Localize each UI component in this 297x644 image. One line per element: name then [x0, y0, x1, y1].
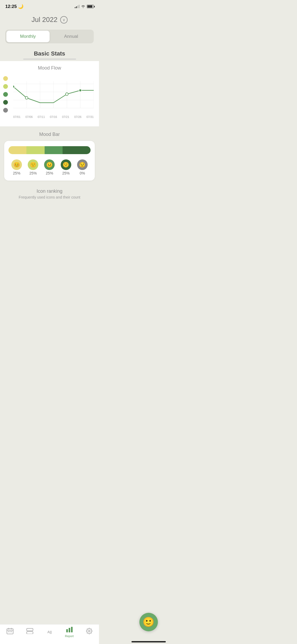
mood-item-1: 😊 25%	[11, 159, 22, 175]
bar-segment-3	[45, 146, 63, 154]
mood-face-1: 😊	[11, 159, 22, 170]
signal-icon	[75, 5, 79, 8]
bar-segment-2	[26, 146, 44, 154]
legend-dot-2	[3, 84, 8, 89]
mood-bar-label: Mood Bar	[4, 132, 95, 137]
bar-segment-4	[63, 146, 91, 154]
date-labels: 07/01 07/06 07/11 07/16 07/21 07/26 07/3…	[13, 114, 94, 118]
mood-face-3: 😐	[44, 159, 55, 170]
status-time: 12:25 🌙	[5, 4, 23, 9]
mood-pct-3: 25%	[46, 171, 53, 175]
svg-point-13	[79, 89, 82, 92]
mood-pct-2: 25%	[29, 171, 37, 175]
legend-dot-1	[3, 76, 8, 81]
mood-item-2: 🙂 25%	[28, 159, 38, 175]
section-title-text: Basic Stats	[0, 50, 99, 57]
status-bar: 12:25 🌙	[0, 0, 99, 11]
status-icons	[75, 4, 94, 9]
month-dropdown-icon[interactable]	[60, 16, 68, 24]
moon-icon: 🌙	[18, 4, 23, 9]
mood-item-5: 😟 0%	[77, 159, 88, 175]
wifi-icon	[81, 4, 85, 9]
mood-item-3: 😐 25%	[44, 159, 55, 175]
mood-face-5: 😟	[77, 159, 88, 170]
mood-bar-track	[8, 146, 91, 154]
month-year-text: Jul 2022	[31, 16, 57, 24]
mood-pct-1: 25%	[13, 171, 20, 175]
mood-pct-4: 25%	[62, 171, 70, 175]
mood-face-4: 🙁	[61, 159, 71, 170]
icon-ranking-section: Icon ranking Frequently used icons and t…	[0, 186, 99, 199]
mood-percentages: 😊 25% 🙂 25% 😐 25% 🙁 25% 😟 0%	[8, 159, 91, 175]
bar-segment-1	[8, 146, 26, 154]
mood-flow-label: Mood Flow	[0, 65, 99, 71]
section-header: Basic Stats	[0, 48, 99, 61]
battery-icon	[87, 5, 94, 8]
svg-point-11	[25, 96, 28, 99]
mood-flow-chart: 07/01 07/06 07/11 07/16 07/21 07/26 07/3…	[0, 73, 99, 126]
svg-point-12	[65, 93, 68, 95]
mood-flow-section: Mood Flow	[0, 61, 99, 126]
section-underline	[23, 59, 76, 59]
legend-dot-5	[3, 108, 8, 113]
mood-item-4: 🙁 25%	[61, 159, 71, 175]
mood-bar-section: Mood Bar 😊 25% 🙂 25% 😐 25% 🙁 25%	[0, 126, 99, 186]
mood-pct-5: 0%	[80, 171, 85, 175]
view-toggle[interactable]: Monthly Annual	[5, 30, 94, 43]
month-selector[interactable]: Jul 2022	[0, 11, 99, 27]
mood-flow-svg	[13, 76, 94, 114]
monthly-tab[interactable]: Monthly	[6, 31, 50, 42]
icon-ranking-label: Icon ranking	[4, 188, 95, 194]
annual-tab[interactable]: Annual	[50, 31, 93, 42]
month-title[interactable]: Jul 2022	[0, 16, 99, 24]
icon-ranking-sub: Frequently used icons and their count	[4, 195, 95, 199]
legend-dot-4	[3, 100, 8, 105]
svg-point-10	[13, 85, 15, 88]
legend-dot-3	[3, 92, 8, 97]
mood-face-2: 🙂	[28, 159, 38, 170]
time-display: 12:25	[5, 4, 17, 9]
chart-legend	[3, 76, 8, 113]
mood-bar-card: 😊 25% 🙂 25% 😐 25% 🙁 25% 😟 0%	[4, 141, 95, 181]
